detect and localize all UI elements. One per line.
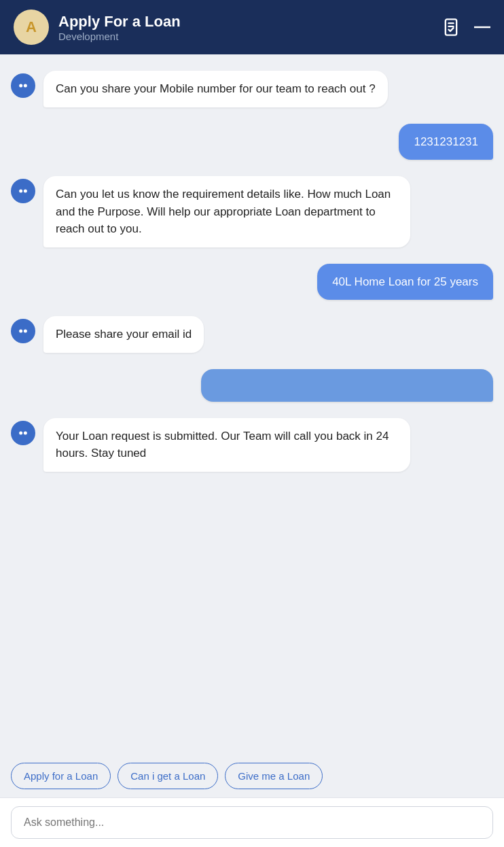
header-info: Apply For a Loan Development <box>58 13 432 42</box>
svg-point-11 <box>24 431 27 434</box>
svg-point-10 <box>19 431 22 434</box>
bot-avatar-icon-4 <box>11 421 35 445</box>
quick-reply-give-me[interactable]: Give me a Loan <box>225 763 323 789</box>
bot-message-3: Please share your email id <box>11 316 493 353</box>
user-message-1: 1231231231 <box>11 124 493 160</box>
bot-bubble-3: Please share your email id <box>43 316 204 353</box>
minimize-icon[interactable] <box>474 26 490 29</box>
bot-message-1: Can you share your Mobile number for our… <box>11 71 493 107</box>
quick-reply-apply-loan[interactable]: Apply for a Loan <box>11 763 111 789</box>
user-message-bar <box>11 369 493 402</box>
user-bar <box>201 369 493 402</box>
user-bubble-2: 40L Home Loan for 25 years <box>317 264 493 300</box>
bot-bubble-1: Can you share your Mobile number for our… <box>43 71 388 107</box>
svg-point-9 <box>24 330 27 333</box>
header-subtitle: Development <box>58 31 432 42</box>
input-area <box>0 797 504 847</box>
svg-point-8 <box>19 330 22 333</box>
user-message-2: 40L Home Loan for 25 years <box>11 264 493 300</box>
svg-point-5 <box>24 84 27 88</box>
header-icons <box>442 18 490 37</box>
svg-point-7 <box>24 190 27 193</box>
chat-input[interactable] <box>11 806 493 839</box>
svg-point-4 <box>19 84 22 88</box>
bot-bubble-4: Your Loan request is submitted. Our Team… <box>43 418 410 472</box>
bot-avatar-icon-3 <box>11 319 35 343</box>
quick-replies: Apply for a Loan Can i get a Loan Give m… <box>0 755 504 797</box>
header-title: Apply For a Loan <box>58 13 432 31</box>
checklist-icon[interactable] <box>442 18 461 37</box>
chat-header: A Apply For a Loan Development <box>0 0 504 54</box>
bot-message-2: Can you let us know the requirement deta… <box>11 176 493 247</box>
svg-point-6 <box>19 190 22 193</box>
quick-reply-can-i-get[interactable]: Can i get a Loan <box>118 763 218 789</box>
chat-area: Can you share your Mobile number for our… <box>0 54 504 755</box>
avatar: A <box>14 10 49 45</box>
user-bubble-1: 1231231231 <box>399 124 493 160</box>
bot-avatar-icon <box>11 73 35 98</box>
bot-bubble-2: Can you let us know the requirement deta… <box>43 176 410 247</box>
bot-avatar-icon-2 <box>11 179 35 203</box>
bot-message-4: Your Loan request is submitted. Our Team… <box>11 418 493 472</box>
